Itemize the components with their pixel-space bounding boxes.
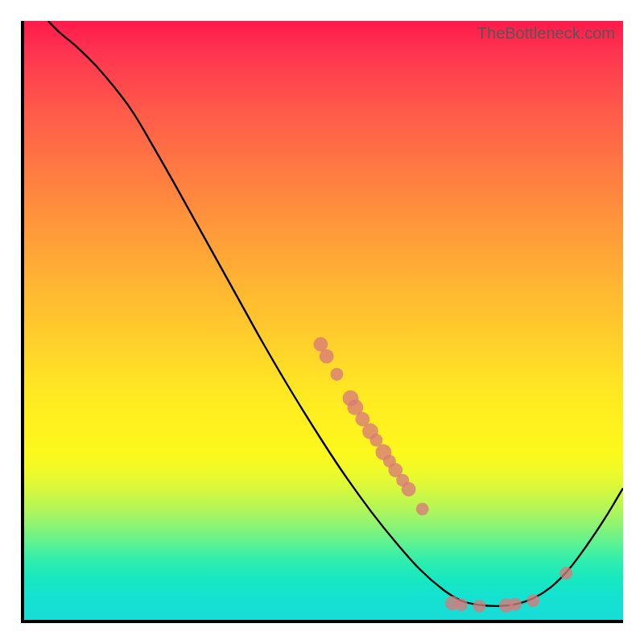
data-point <box>509 598 522 611</box>
chart-svg <box>24 21 623 620</box>
data-point <box>455 598 468 611</box>
data-point <box>320 349 334 364</box>
data-point <box>402 482 416 497</box>
data-point <box>330 368 343 381</box>
data-point <box>559 567 572 580</box>
plot-area: TheBottleneck.com <box>21 21 623 623</box>
data-point <box>416 502 429 515</box>
data-point <box>473 600 486 613</box>
bottleneck-curve <box>48 21 623 606</box>
chart-container: TheBottleneck.com <box>0 0 644 644</box>
data-point <box>526 594 539 607</box>
data-points-group <box>313 337 572 613</box>
